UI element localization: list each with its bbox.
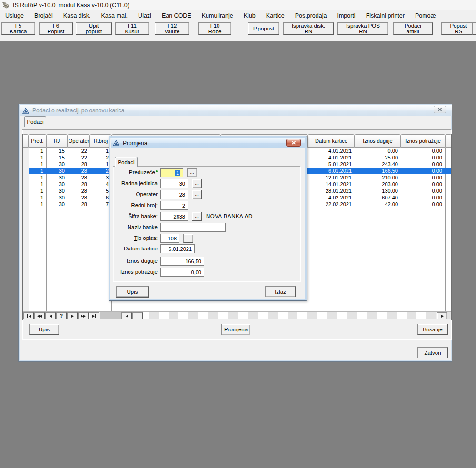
upis-button[interactable]: Upis	[29, 324, 59, 335]
naziv-banke-field[interactable]	[160, 223, 226, 232]
grid-cell: 25.00	[355, 154, 401, 161]
tab-podaci[interactable]: Podaci	[24, 116, 46, 127]
grid-cell: 5.01.2021	[308, 161, 355, 168]
grid-cell: 30	[46, 188, 68, 194]
navigator-spacer	[100, 312, 121, 319]
tip-opisa-field[interactable]: 108	[160, 234, 179, 243]
toolbar-partial-button[interactable]	[472, 22, 476, 35]
sifra-banke-browse-button[interactable]: ...	[192, 212, 202, 221]
zatvori-button[interactable]: Zatvori	[417, 347, 448, 358]
window-close-button[interactable]	[434, 106, 446, 113]
brisanje-button[interactable]: Brisanje	[417, 324, 448, 335]
grid-cell: 28	[68, 194, 90, 201]
tip-opisa-browse-button[interactable]: ...	[183, 234, 193, 243]
iznos-potrazuje-label: Iznos potražuje	[113, 269, 158, 275]
nav-next-button[interactable]	[67, 312, 78, 319]
dialog-tab-podaci[interactable]: Podaci	[115, 157, 138, 167]
menu-fiskalni-printer[interactable]: Fiskalni printer	[361, 11, 410, 20]
preduzece-field[interactable]: 1	[160, 168, 183, 177]
grid-cell	[445, 181, 451, 188]
dialog-close-button[interactable]	[286, 139, 301, 147]
nav-prior-page-button[interactable]	[34, 312, 45, 319]
grid-cell: 1	[29, 168, 46, 174]
toolbar-popust-rs-button[interactable]: Popust RS	[441, 22, 476, 35]
grid-cell: 1	[29, 201, 46, 208]
dialog-izlaz-button[interactable]: Izlaz	[265, 286, 296, 297]
operater-field[interactable]: 28	[160, 190, 188, 199]
dialog-upis-button[interactable]: Upis	[116, 286, 149, 297]
grid-cell: 14.01.2021	[308, 181, 355, 188]
grid-cell: 0.00	[401, 174, 445, 181]
sifra-banke-field[interactable]: 2638	[160, 212, 188, 221]
bar-glyph	[95, 314, 96, 318]
menu-usluge[interactable]: Usluge	[0, 11, 29, 20]
datum-kartice-field[interactable]: 6.01.2021	[160, 244, 195, 253]
promjena-button[interactable]: Promjena	[221, 324, 250, 335]
radna-jedinica-browse-button[interactable]: ...	[192, 179, 202, 188]
menu-broja-i[interactable]: Brojaèi	[29, 11, 58, 20]
grid-header-iznos-duguje[interactable]: Iznos duguje	[355, 134, 401, 148]
grid-cell: 30	[46, 181, 68, 188]
grid-cell: 28.01.2021	[308, 188, 355, 194]
toolbar-upit-popust-button[interactable]: Upit popust	[76, 22, 112, 35]
grid-header-iznos-potra-uje[interactable]: Iznos potražuje	[401, 134, 445, 148]
toolbar-f10-robe-button[interactable]: F10 Robe	[198, 22, 231, 35]
operater-label: Operater	[113, 191, 158, 197]
grid-cell	[445, 201, 451, 208]
app-logo-icon	[22, 108, 29, 114]
iznos-potrazuje-field[interactable]: 0,00	[160, 268, 204, 277]
grid-navigator: ?	[23, 311, 451, 320]
hscroll-track[interactable]	[143, 312, 436, 319]
grid-cell: 0.00	[401, 154, 445, 161]
grid-header-operater[interactable]: Operater	[68, 134, 90, 148]
toolbar-ispravka-disk-rn-button[interactable]: Ispravka disk. RN	[283, 22, 334, 35]
iznos-duguje-field[interactable]: 166,50	[160, 257, 204, 266]
menu-kartice[interactable]: Kartice	[261, 11, 290, 20]
hscroll-left-button[interactable]	[121, 312, 132, 319]
toolbar-f11-kusur-button[interactable]: F11 Kusur	[115, 22, 149, 35]
nav-next-page-button[interactable]	[78, 312, 89, 319]
grid-cell: 30	[46, 168, 68, 174]
grid-header-pred[interactable]: Pred.	[29, 134, 46, 148]
nav-prior-button[interactable]	[45, 312, 56, 319]
menu-kasa-disk[interactable]: Kasa disk.	[58, 11, 96, 20]
grid-cell: 28	[68, 181, 90, 188]
toolbar-f6-popust-button[interactable]: F6 Popust	[39, 22, 73, 35]
menu-importi[interactable]: Importi	[332, 11, 360, 20]
grid-header-rj[interactable]: RJ	[46, 134, 68, 148]
radna-jedinica-field[interactable]: 30	[160, 179, 188, 188]
toolbar-f5-kartica-button[interactable]: F5 Kartica	[1, 22, 35, 35]
menu-kasa-mal[interactable]: Kasa mal.	[96, 11, 133, 20]
operater-browse-button[interactable]: ...	[192, 190, 202, 199]
menu-ulazi[interactable]: Ulazi	[133, 11, 157, 20]
toolbar-podaci-artikli-button[interactable]: Podaci artikli	[393, 22, 433, 35]
grid-cell: 30	[46, 161, 68, 168]
menu-pomo[interactable]: Pomoæ	[410, 11, 441, 20]
grid-cell: 0.00	[355, 148, 401, 154]
grid-cell: 0.00	[401, 194, 445, 201]
grid-cell: 0.00	[401, 168, 445, 174]
preduzece-browse-button[interactable]: ...	[187, 168, 197, 177]
grid-cell: 607.40	[355, 194, 401, 201]
nav-first-button[interactable]	[23, 312, 34, 319]
toolbar-f12-valute-button[interactable]: F12 Valute	[155, 22, 189, 35]
iznos-duguje-label: Iznos duguje	[113, 258, 158, 264]
hscroll-right-button[interactable]	[437, 312, 447, 319]
nav-last-button[interactable]	[89, 312, 99, 319]
window-title: Podaci o realizaciji po osnovu karica	[32, 107, 124, 114]
grid-header-datum-kartice[interactable]: Datum kartice	[308, 134, 355, 148]
sifra-banke-label: Šifra banke:	[113, 213, 158, 219]
menu-ean-code[interactable]: Ean CODE	[157, 11, 197, 20]
hscroll-thumb[interactable]	[132, 312, 143, 319]
toolbar-p-popust-button[interactable]: P.popust	[248, 22, 279, 35]
redni-broj-field[interactable]: 2	[160, 201, 188, 210]
menu-klub[interactable]: Klub	[238, 11, 261, 20]
sifra-banke-description: NOVA BANKA AD	[206, 213, 253, 219]
toolbar-ispravka-pos-rn-button[interactable]: Ispravka POS RN	[337, 22, 388, 35]
close-icon	[291, 141, 296, 145]
menu-pos-prodaja[interactable]: Pos.prodaja	[290, 11, 332, 20]
grid-cell: 0.00	[401, 161, 445, 168]
menu-kumuliranje[interactable]: Kumuliranje	[197, 11, 238, 20]
nav-search-button[interactable]: ?	[56, 312, 67, 319]
grid-cell: 15	[46, 148, 68, 154]
